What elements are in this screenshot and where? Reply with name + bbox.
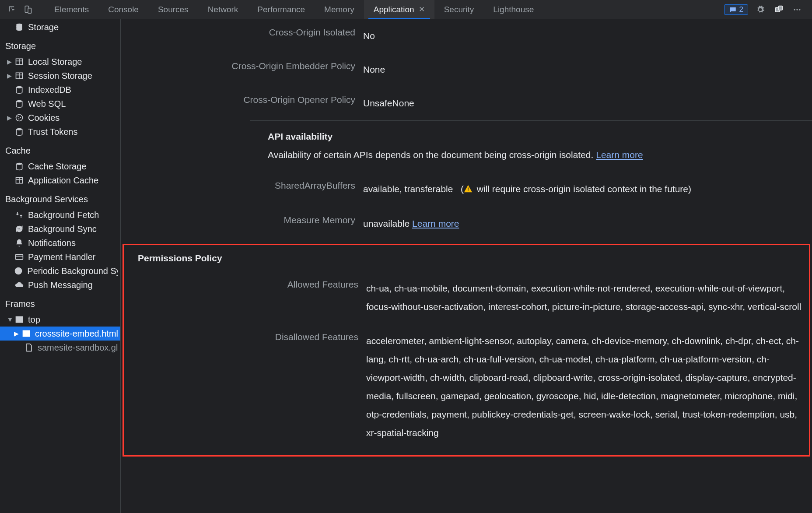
item-label: Cache Storage: [28, 162, 86, 172]
chevron-down-icon: ▼: [7, 316, 13, 323]
svg-point-16: [16, 115, 23, 121]
sidebar-item-trust-tokens[interactable]: Trust Tokens: [0, 125, 120, 139]
warning-icon: [464, 181, 472, 199]
field-label: Cross-Origin Embedder Policy: [121, 61, 363, 71]
item-label: Trust Tokens: [28, 127, 77, 137]
item-label: Storage: [28, 22, 59, 32]
clock-icon: [13, 266, 24, 276]
svg-point-21: [16, 163, 22, 165]
tab-label: Network: [208, 5, 238, 14]
tab-application[interactable]: Application✕: [364, 0, 434, 19]
dock-icon[interactable]: [773, 4, 785, 16]
svg-rect-32: [468, 187, 469, 190]
row-allowed-features: Allowed Features ch-ua, ch-ua-mobile, do…: [124, 271, 809, 324]
svg-point-15: [16, 100, 22, 102]
item-label: top: [28, 315, 40, 325]
database-icon: [14, 22, 24, 32]
chevron-right-icon: ▶: [14, 330, 20, 337]
sidebar-item-indexeddb[interactable]: IndexedDB: [0, 83, 120, 97]
item-label: Cookies: [28, 113, 60, 123]
sidebar-item-cache-storage[interactable]: Cache Storage: [0, 159, 120, 173]
sidebar-item-payment-handler[interactable]: Payment Handler: [0, 250, 120, 264]
item-label: crosssite-embed.html: [35, 329, 118, 339]
tab-console[interactable]: Console: [98, 0, 148, 19]
learn-more-link[interactable]: Learn more: [412, 218, 459, 228]
tab-label: Application: [374, 5, 414, 14]
sidebar-item-bg-fetch[interactable]: Background Fetch: [0, 208, 120, 222]
field-label: Measure Memory: [121, 215, 363, 225]
item-label: Background Sync: [28, 224, 97, 234]
sidebar-item-bg-sync[interactable]: Background Sync: [0, 222, 120, 236]
svg-rect-3: [778, 6, 782, 10]
chevron-right-icon: ▶: [7, 114, 13, 121]
sidebar-item-push-messaging[interactable]: Push Messaging: [0, 278, 120, 292]
sab-value: available, transferable: [363, 184, 453, 194]
sidebar-item-local-storage[interactable]: ▶ Local Storage: [0, 55, 120, 69]
allowed-features-list: ch-ua, ch-ua-mobile, document-domain, ex…: [366, 279, 809, 316]
frame-crosssite[interactable]: ▶ crosssite-embed.html: [0, 327, 120, 341]
application-content[interactable]: Cross-Origin Isolated No Cross-Origin Em…: [121, 19, 812, 513]
panel-tabs: Elements Console Sources Network Perform…: [45, 0, 543, 19]
gear-icon[interactable]: [754, 4, 766, 16]
issues-count: 2: [739, 5, 743, 14]
item-label: Periodic Background Sync: [27, 266, 118, 276]
frame-top[interactable]: ▼ top: [0, 313, 120, 327]
device-toggle-icon[interactable]: [22, 4, 34, 16]
section-bgservices: Background Services: [0, 187, 120, 208]
database-icon: [14, 161, 24, 172]
svg-rect-25: [16, 254, 23, 260]
tab-security[interactable]: Security: [434, 0, 484, 19]
field-label: Cross-Origin Opener Policy: [121, 95, 363, 105]
tab-label: Lighthouse: [493, 5, 534, 14]
inspect-tools: [0, 4, 40, 16]
sidebar-item-cookies[interactable]: ▶ Cookies: [0, 111, 120, 125]
svg-point-17: [18, 116, 19, 117]
issues-badge[interactable]: 2: [724, 4, 748, 15]
more-icon[interactable]: [791, 4, 803, 16]
field-value: available, transferable ( will require c…: [363, 180, 812, 199]
svg-rect-31: [24, 333, 28, 336]
database-icon: [14, 126, 24, 137]
sidebar-item-app-cache[interactable]: Application Cache: [0, 173, 120, 187]
field-value: UnsafeNone: [363, 95, 812, 112]
chevron-right-icon: ▶: [7, 58, 13, 65]
sidebar-item-session-storage[interactable]: ▶ Session Storage: [0, 69, 120, 83]
svg-point-4: [794, 9, 795, 10]
sidebar-item-websql[interactable]: Web SQL: [0, 97, 120, 111]
disallowed-features-list: accelerometer, ambient-light-sensor, aut…: [366, 332, 809, 442]
tab-label: Memory: [324, 5, 354, 14]
sync-icon: [14, 224, 24, 234]
tab-memory[interactable]: Memory: [315, 0, 364, 19]
close-icon[interactable]: ✕: [419, 5, 425, 14]
tab-label: Elements: [54, 5, 89, 14]
tab-elements[interactable]: Elements: [45, 0, 98, 19]
row-coep: Cross-Origin Embedder Policy None: [121, 53, 812, 87]
sidebar-item-app-storage[interactable]: Storage: [0, 20, 120, 34]
item-label: Local Storage: [28, 57, 82, 67]
item-label: Background Fetch: [28, 210, 99, 220]
row-cross-origin-isolated: Cross-Origin Isolated No: [121, 19, 812, 53]
tab-lighthouse[interactable]: Lighthouse: [483, 0, 543, 19]
svg-point-18: [20, 117, 21, 118]
sidebar-item-notifications[interactable]: Notifications: [0, 236, 120, 250]
field-label: Disallowed Features: [124, 332, 366, 342]
chevron-right-icon: ▶: [7, 72, 13, 79]
sidebar-item-periodic-sync[interactable]: Periodic Background Sync: [0, 264, 120, 278]
tab-label: Performance: [257, 5, 305, 14]
item-label: Session Storage: [28, 71, 92, 81]
section-cache: Cache: [0, 139, 120, 159]
tab-performance[interactable]: Performance: [248, 0, 315, 19]
tab-network[interactable]: Network: [198, 0, 248, 19]
cloud-icon: [14, 280, 24, 290]
frame-samesite[interactable]: samesite-sandbox.glitch: [0, 341, 120, 355]
document-icon: [24, 342, 34, 353]
sab-extra: will require cross-origin isolated conte…: [474, 184, 691, 194]
table-icon: [14, 175, 24, 186]
tab-sources[interactable]: Sources: [148, 0, 198, 19]
frame-icon: [14, 314, 24, 325]
inspect-element-icon[interactable]: [6, 4, 18, 16]
learn-more-link[interactable]: Learn more: [596, 150, 643, 160]
application-sidebar[interactable]: Storage Storage ▶ Local Storage ▶ Sessio…: [0, 19, 121, 513]
section-title: API availability: [268, 131, 812, 142]
field-value: None: [363, 61, 812, 79]
